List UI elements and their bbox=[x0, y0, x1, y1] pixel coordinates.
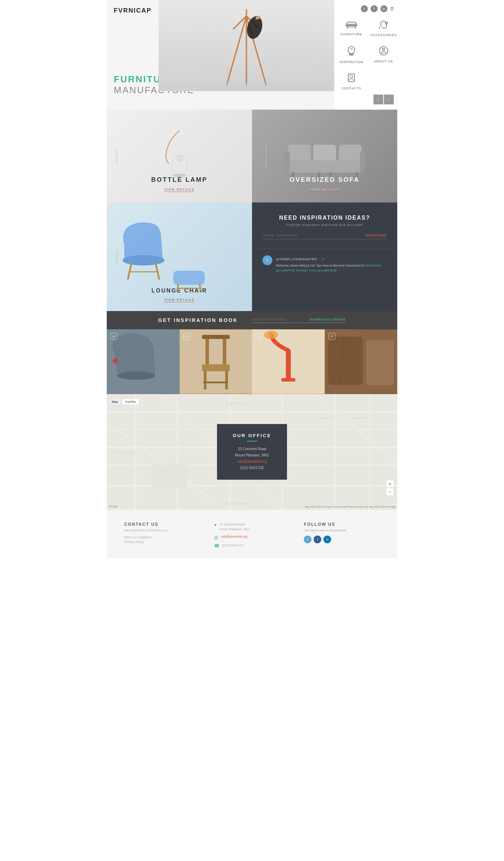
svg-rect-53 bbox=[203, 381, 228, 383]
office-address-line2: Mount Pleasant, 3452 bbox=[229, 452, 275, 459]
nav-item-furniture[interactable]: FURNITURE bbox=[338, 18, 365, 40]
office-email[interactable]: info@demolink.org bbox=[229, 459, 275, 465]
inspiration-column: NEED INSPIRATION IDEAS? Find the inspira… bbox=[252, 202, 397, 311]
instagram-icon-4: ◎ bbox=[328, 333, 335, 340]
logo[interactable]: FVRNICAP bbox=[114, 7, 152, 14]
svg-rect-28 bbox=[286, 160, 363, 173]
social-icons-row: t f in ⚲ bbox=[338, 5, 394, 12]
location-icon: ● bbox=[214, 522, 217, 527]
twitter-feed: t @TEMPLATEMONSTER 5h Welcome James Berg… bbox=[252, 248, 397, 280]
map-section: GREENWOOD Clarkson Ave Clarkson Ave SUNS… bbox=[107, 394, 397, 510]
inspiration-email-input[interactable] bbox=[262, 234, 365, 237]
svg-rect-56 bbox=[286, 350, 291, 379]
twitter-time: 5h bbox=[321, 257, 325, 261]
svg-line-17 bbox=[350, 49, 351, 49]
map-attribution: Map data ©2016 Google Terms of Use Repor… bbox=[305, 505, 396, 508]
get-book-bar: GET INSPIRATION BOOK DOWNLOAD EBOOK bbox=[107, 311, 397, 329]
accessories-label: ACCESSORIES bbox=[370, 33, 397, 37]
map-background: GREENWOOD Clarkson Ave Clarkson Ave SUNS… bbox=[107, 394, 397, 510]
instagram-item-1[interactable]: ◎ bbox=[107, 329, 180, 394]
nav-item-inspiration[interactable]: INSPIRATION bbox=[338, 43, 365, 67]
lounge-chair-card[interactable]: CHAIRS LOUNGE CHAIR VIEW DETAILS bbox=[107, 202, 252, 311]
svg-point-19 bbox=[379, 47, 388, 55]
follow-linkedin-icon[interactable]: in bbox=[323, 536, 331, 543]
search-button[interactable]: ⚲ bbox=[390, 6, 394, 12]
lounge-chair-cta[interactable]: VIEW DETAILS bbox=[164, 298, 194, 302]
footer-addr-line2: Mount Pleasant, 3452 bbox=[219, 527, 250, 532]
instagram-icon-2: ◎ bbox=[183, 333, 190, 340]
map-controls: Map Satellite bbox=[107, 397, 141, 407]
svg-rect-23 bbox=[177, 155, 182, 161]
book-email-row: DOWNLOAD EBOOK bbox=[252, 318, 346, 323]
sofa-card[interactable]: FURNITURE OVERSIZED SOFA VIEW DETAILS bbox=[252, 110, 397, 202]
svg-rect-60 bbox=[366, 340, 394, 385]
nav-item-contacts[interactable]: CONTACTS bbox=[338, 70, 365, 93]
svg-line-13 bbox=[379, 27, 380, 29]
follow-twitter-icon[interactable]: t bbox=[304, 536, 312, 543]
twitter-social-icon[interactable]: t bbox=[361, 5, 368, 12]
nav-item-aboutus[interactable]: ABOUT US bbox=[369, 43, 397, 67]
svg-rect-34 bbox=[355, 172, 358, 177]
insta-svg-4 bbox=[325, 329, 398, 394]
instagram-item-3[interactable]: ◎ bbox=[252, 329, 325, 394]
svg-rect-9 bbox=[346, 24, 357, 26]
hero-image bbox=[159, 0, 334, 91]
inspiration-icon bbox=[347, 46, 356, 59]
instagram-icon-3: ◎ bbox=[255, 333, 262, 340]
terms-link[interactable]: Terms & Conditions bbox=[124, 536, 200, 539]
office-phone: (021) 6543 232 bbox=[229, 465, 275, 471]
bottle-lamp-card[interactable]: LIGHTS BOTTLE LAMP VIEW DETAILS bbox=[107, 110, 252, 202]
book-email-input[interactable] bbox=[252, 318, 304, 321]
office-address-line1: 23 Crescent Road bbox=[229, 446, 275, 452]
zoom-in-button[interactable]: + bbox=[386, 480, 394, 488]
svg-rect-33 bbox=[329, 172, 332, 177]
instagram-item-2[interactable]: ◎ bbox=[180, 329, 252, 394]
svg-rect-50 bbox=[202, 364, 230, 371]
zoom-out-button[interactable]: − bbox=[386, 488, 394, 496]
map-view-button[interactable]: Map bbox=[108, 399, 121, 405]
twitter-content: @TEMPLATEMONSTER 5h Welcome James Berg &… bbox=[276, 255, 387, 273]
svg-rect-63 bbox=[107, 412, 397, 413]
download-ebook-button[interactable]: DOWNLOAD EBOOK bbox=[310, 318, 346, 321]
svg-rect-59 bbox=[328, 337, 363, 385]
follow-facebook-icon[interactable]: f bbox=[314, 536, 321, 543]
google-logo: Google bbox=[108, 505, 118, 508]
office-address: 23 Crescent Road Mount Pleasant, 3452 in… bbox=[229, 446, 275, 471]
svg-rect-49 bbox=[202, 335, 230, 339]
instagram-grid: ◎ ◎ ◎ bbox=[107, 329, 397, 394]
insta-svg-1 bbox=[107, 329, 180, 394]
header: FVRNICAP FURNITURE MANUFACTURE bbox=[107, 0, 397, 110]
svg-rect-48 bbox=[223, 337, 226, 364]
prev-arrow-button[interactable]: ← bbox=[373, 95, 383, 104]
furniture-vert-label: FURNITURE bbox=[265, 145, 268, 167]
svg-line-10 bbox=[348, 27, 348, 29]
svg-rect-27 bbox=[339, 145, 362, 162]
footer-email-link[interactable]: info@demolink.org bbox=[221, 535, 247, 538]
office-title: OUR OFFICE bbox=[229, 433, 275, 438]
svg-rect-52 bbox=[225, 371, 228, 390]
next-arrow-button[interactable]: → bbox=[384, 95, 394, 104]
accessories-icon bbox=[379, 20, 388, 32]
svg-point-21 bbox=[350, 75, 353, 78]
satellite-view-button[interactable]: Satellite bbox=[122, 399, 139, 405]
sofa-cta[interactable]: VIEW DETAILS bbox=[309, 188, 340, 192]
contacts-label: CONTACTS bbox=[342, 87, 362, 90]
nav-arrow-row: ← → bbox=[338, 95, 394, 104]
instagram-item-4[interactable]: ◎ bbox=[325, 329, 398, 394]
svg-point-20 bbox=[383, 48, 385, 50]
nav-grid: FURNITURE ACCESSORIES bbox=[338, 18, 394, 93]
nav-item-accessories[interactable]: ACCESSORIES bbox=[369, 18, 397, 40]
privacy-link[interactable]: Privacy Policy bbox=[124, 540, 200, 544]
sofa-svg bbox=[285, 141, 365, 180]
twitter-text: Welcome James Berg & His Tips How to Bec… bbox=[276, 263, 387, 273]
bottle-lamp-cta[interactable]: VIEW DETAILS bbox=[164, 188, 194, 192]
facebook-social-icon[interactable]: f bbox=[371, 5, 378, 12]
svg-point-45 bbox=[113, 358, 118, 364]
insta-svg-3 bbox=[252, 329, 325, 394]
footer-addr-line1: 23 Crescent Road bbox=[219, 522, 250, 527]
instagram-icon-1: ◎ bbox=[110, 333, 117, 340]
linkedin-social-icon[interactable]: in bbox=[380, 5, 387, 12]
furniture-icon bbox=[346, 20, 357, 31]
subscribe-button[interactable]: SUBSCRIBE bbox=[365, 234, 387, 237]
svg-text:Clarkson Ave: Clarkson Ave bbox=[352, 416, 369, 419]
